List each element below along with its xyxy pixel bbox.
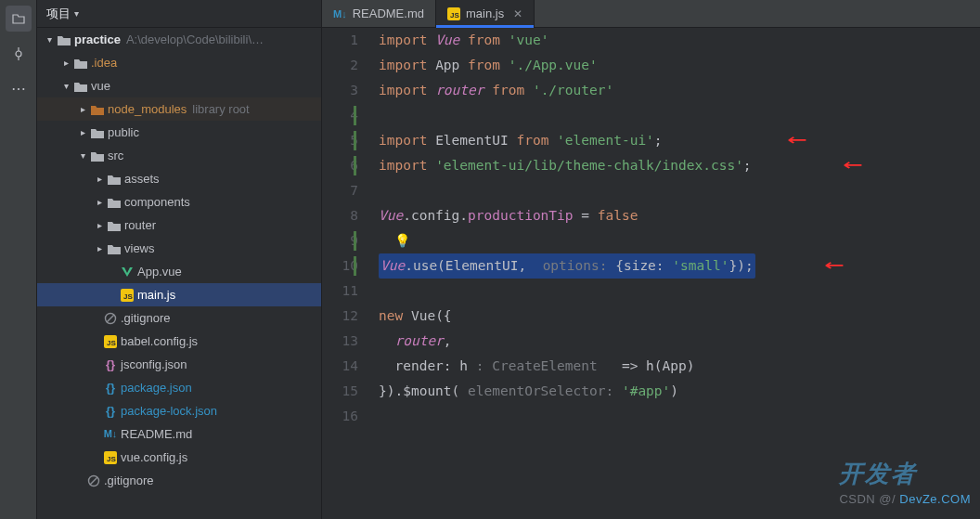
svg-text:JS: JS (123, 292, 133, 301)
tree-root[interactable]: ▾ practice A:\develop\Code\bilibili\… (37, 28, 321, 51)
code-editor[interactable]: 1 2 3 4 5 6 7 8 9 10 11 12 13 14 15 16 i… (322, 28, 980, 519)
tree-item-components[interactable]: ▸ components (37, 190, 321, 214)
tree-item-node-modules[interactable]: ▸ node_modules library root (37, 97, 321, 121)
annotation-arrow-icon: ← (843, 151, 862, 176)
editor-tabs: M↓ README.md JS main.js ✕ (322, 0, 980, 28)
js-file-icon: JS (119, 289, 135, 302)
js-file-icon: JS (102, 451, 119, 464)
ignore-file-icon (102, 312, 119, 325)
tab-label: README.md (353, 6, 424, 20)
markdown-file-icon: M↓ (333, 6, 347, 20)
tab-label: main.js (466, 6, 504, 20)
json-file-icon: {} (102, 353, 119, 376)
folder-icon (106, 219, 122, 232)
code-content[interactable]: import Vue from 'vue' import App from '.… (373, 28, 980, 519)
editor-area: M↓ README.md JS main.js ✕ 1 2 3 4 5 6 7 … (322, 0, 980, 519)
project-tree[interactable]: ▾ practice A:\develop\Code\bilibili\… ▸ … (37, 28, 321, 492)
tree-item-package-lock[interactable]: {} package-lock.json (37, 399, 321, 422)
tree-item-babel[interactable]: JS babel.config.js (37, 330, 321, 353)
tree-item-public[interactable]: ▸ public (37, 121, 321, 144)
folder-icon (89, 126, 106, 139)
tree-item-gitignore-1[interactable]: .gitignore (37, 306, 321, 330)
annotation-arrow-icon: ← (787, 126, 806, 151)
tree-item-views[interactable]: ▸ views (37, 237, 321, 260)
close-icon[interactable]: ✕ (513, 7, 522, 20)
folder-icon (56, 33, 72, 46)
tree-item-src[interactable]: ▾ src (37, 144, 321, 167)
tree-item-vue[interactable]: ▾ vue (37, 74, 321, 97)
tab-readme[interactable]: M↓ README.md (322, 0, 436, 27)
js-file-icon: JS (102, 335, 119, 348)
project-panel-title: 项目 (46, 6, 71, 22)
annotation-arrow-icon: ← (824, 252, 844, 277)
svg-point-0 (16, 51, 21, 57)
tree-item-app-vue[interactable]: App.vue (37, 260, 321, 283)
line-gutter: 1 2 3 4 5 6 7 8 9 10 11 12 13 14 15 16 (322, 28, 373, 519)
tree-item-vue-config[interactable]: JS vue.config.js (37, 446, 321, 469)
watermark: 开发者 CSDN @/ DevZe.COM (839, 461, 971, 512)
folder-icon (106, 196, 122, 209)
json-file-icon: {} (102, 399, 119, 422)
chevron-down-icon: ▾ (74, 8, 79, 19)
tool-strip: ⋯ (0, 0, 37, 519)
tree-item-package-json[interactable]: {} package.json (37, 376, 321, 399)
folder-icon (106, 173, 122, 186)
tree-item-jsconfig[interactable]: {} jsconfig.json (37, 353, 321, 376)
json-file-icon: {} (102, 376, 119, 399)
svg-line-6 (107, 315, 114, 322)
tree-item-assets[interactable]: ▸ assets (37, 167, 321, 190)
project-tool-button[interactable] (6, 6, 32, 32)
tree-item-idea[interactable]: ▸ .idea (37, 51, 321, 74)
svg-line-12 (90, 477, 97, 485)
project-panel-header[interactable]: 项目 ▾ (37, 0, 321, 28)
vue-file-icon (119, 266, 135, 279)
markdown-file-icon: M↓ (102, 422, 119, 446)
js-file-icon: JS (447, 7, 460, 20)
svg-text:JS: JS (107, 455, 116, 463)
folder-icon (89, 149, 106, 162)
intention-bulb-icon[interactable]: 💡 (394, 233, 410, 248)
tree-item-router[interactable]: ▸ router (37, 214, 321, 237)
project-panel: 项目 ▾ ▾ practice A:\develop\Code\bilibili… (37, 0, 322, 519)
ignore-file-icon (85, 474, 102, 487)
tree-item-gitignore-2[interactable]: .gitignore (37, 469, 321, 492)
commit-tool-button[interactable] (6, 41, 32, 67)
folder-icon (72, 80, 89, 93)
tree-item-main-js[interactable]: JS main.js (37, 283, 321, 306)
more-tool-button[interactable]: ⋯ (6, 76, 32, 102)
folder-icon (72, 57, 89, 70)
svg-text:JS: JS (107, 339, 116, 347)
svg-text:JS: JS (450, 11, 459, 19)
library-folder-icon (89, 103, 106, 116)
folder-icon (106, 242, 122, 255)
tab-mainjs[interactable]: JS main.js ✕ (436, 0, 535, 27)
tree-item-readme[interactable]: M↓ README.md (37, 422, 321, 446)
